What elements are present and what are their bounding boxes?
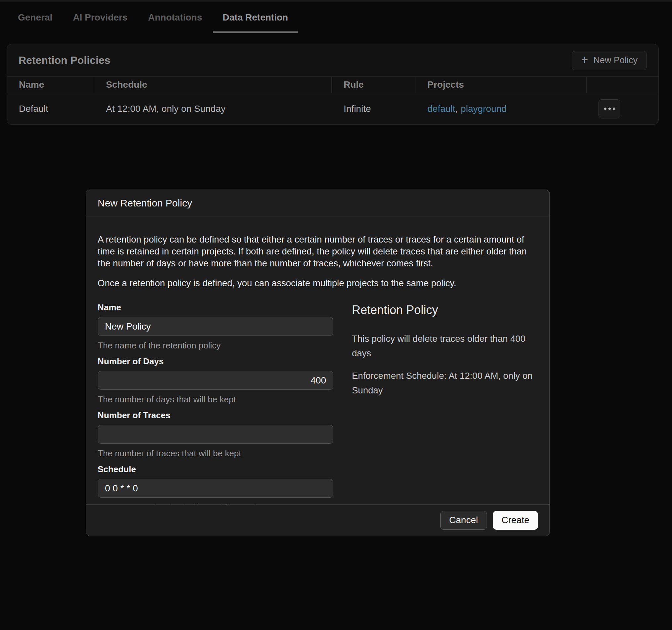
project-link-playground[interactable]: playground: [461, 104, 507, 114]
name-input[interactable]: [98, 317, 333, 336]
days-label: Number of Days: [98, 356, 333, 367]
policy-rule-cell: Infinite: [332, 93, 415, 124]
create-button[interactable]: Create: [493, 511, 538, 530]
card-header: Retention Policies + New Policy: [7, 44, 658, 76]
column-header-actions: [586, 77, 658, 93]
modal-title: New Retention Policy: [98, 198, 192, 209]
table-row: Default At 12:00 AM, only on Sunday Infi…: [7, 93, 658, 124]
new-policy-button-label: New Policy: [593, 55, 638, 66]
settings-tabs: General AI Providers Annotations Data Re…: [0, 2, 672, 33]
tab-ai-providers[interactable]: AI Providers: [63, 2, 137, 33]
project-separator: ,: [455, 104, 458, 114]
modal-form-grid: Name The name of the retention policy Nu…: [98, 302, 538, 518]
name-label: Name: [98, 302, 333, 313]
policy-projects-cell: default,playground: [415, 93, 586, 124]
policy-actions-cell: [586, 93, 658, 124]
ellipsis-icon: [613, 107, 615, 110]
days-input[interactable]: [98, 371, 333, 390]
traces-input[interactable]: [98, 425, 333, 444]
ellipsis-icon: [608, 107, 611, 110]
modal-body: A retention policy can be defined so tha…: [86, 217, 550, 518]
row-actions-button[interactable]: [599, 99, 620, 119]
project-link-default[interactable]: default: [427, 104, 455, 114]
column-header-rule: Rule: [332, 77, 415, 93]
new-retention-policy-modal: New Retention Policy A retention policy …: [86, 190, 550, 536]
schedule-label: Schedule: [98, 464, 333, 475]
retention-policies-card: Retention Policies + New Policy Name Sch…: [7, 44, 659, 125]
column-header-name: Name: [7, 77, 94, 93]
tab-annotations[interactable]: Annotations: [138, 2, 212, 33]
modal-header: New Retention Policy: [86, 190, 550, 217]
ellipsis-icon: [604, 107, 606, 110]
tab-general[interactable]: General: [8, 2, 62, 33]
column-header-schedule: Schedule: [94, 77, 332, 93]
days-helper: The number of days that will be kept: [98, 395, 333, 405]
plus-icon: +: [581, 54, 588, 66]
preview-title: Retention Policy: [352, 303, 538, 317]
cancel-button[interactable]: Cancel: [440, 511, 487, 530]
new-policy-button[interactable]: + New Policy: [572, 51, 647, 70]
table-header-row: Name Schedule Rule Projects: [7, 76, 658, 93]
name-helper: The name of the retention policy: [98, 341, 333, 351]
preview-deletion-summary: This policy will delete traces older tha…: [352, 331, 538, 361]
traces-helper: The number of traces that will be kept: [98, 448, 333, 459]
policy-form: Name The name of the retention policy Nu…: [98, 302, 333, 518]
policy-preview-panel: Retention Policy This policy will delete…: [352, 302, 538, 518]
policy-name-cell: Default: [7, 93, 94, 124]
card-title: Retention Policies: [19, 54, 110, 67]
modal-footer: Cancel Create: [86, 504, 550, 536]
column-header-projects: Projects: [415, 77, 586, 93]
traces-label: Number of Traces: [98, 410, 333, 421]
modal-description-2: Once a retention policy is defined, you …: [98, 277, 538, 289]
preview-enforcement-schedule: Enforcement Schedule: At 12:00 AM, only …: [352, 369, 538, 398]
tab-data-retention[interactable]: Data Retention: [213, 2, 298, 33]
policy-schedule-cell: At 12:00 AM, only on Sunday: [94, 93, 332, 124]
schedule-input[interactable]: [98, 479, 333, 498]
modal-description-1: A retention policy can be defined so tha…: [98, 234, 538, 269]
